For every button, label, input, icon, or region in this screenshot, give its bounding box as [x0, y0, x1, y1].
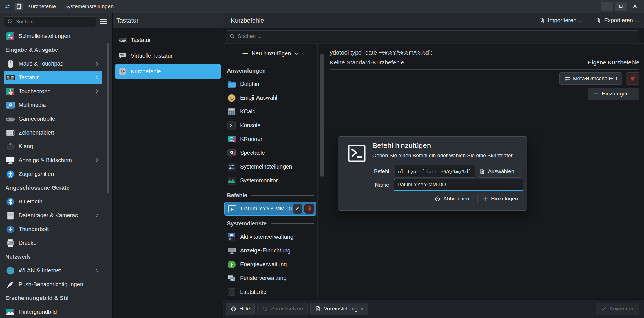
add-new-row: Neu hinzufügen — [223, 44, 317, 61]
no-default-shortcuts-label: Keine Standard-Kurzbefehle — [330, 59, 404, 66]
sidebar-search-input[interactable] — [16, 19, 92, 25]
sidebar-search[interactable] — [4, 16, 96, 27]
sidebar-item-tastatur[interactable]: Tastatur — [4, 71, 102, 84]
cancel-button[interactable]: Abbrechen — [430, 193, 474, 204]
sidebar-item-multimedia[interactable]: Multimedia — [4, 98, 102, 112]
export-button[interactable]: Exportieren ... — [594, 17, 639, 24]
sidebar-section-eingabe-ausgabe: Eingabe & Ausgabe — [0, 43, 112, 57]
touchscreen-icon — [6, 87, 15, 96]
cancel-icon — [435, 196, 441, 202]
shortcut-item-systemeinstellungen[interactable]: Systemeinstellungen — [223, 160, 317, 174]
shortcut-key-button[interactable]: Meta+Umschalt+D — [559, 72, 622, 85]
drawing-tablet-icon — [6, 128, 15, 138]
sidebar-item-hintergrundbild[interactable]: Hintergrundbild — [4, 305, 102, 318]
sidebar-list: Schnelleinstellungen Eingabe & Ausgabe M… — [0, 28, 112, 318]
systemsettings-app-icon — [3, 2, 12, 11]
plus-icon — [242, 50, 249, 57]
sidebar-item-klang[interactable]: Klang — [4, 140, 102, 153]
help-icon — [231, 306, 236, 312]
subcategory-item-kurzbefehle[interactable]: Kurzbefehle — [115, 64, 221, 79]
sidebar-item-thunderbolt[interactable]: Thunderbolt — [4, 222, 102, 236]
help-button[interactable]: Hilfe — [226, 303, 255, 315]
sidebar-item-zeichentablett[interactable]: Zeichentablett — [4, 126, 102, 140]
energy-icon — [227, 260, 236, 269]
name-field-label: Name: — [338, 182, 391, 188]
window-title: Kurzbefehle — Systemeinstellungen — [27, 3, 114, 10]
shortcut-search-input[interactable] — [238, 33, 636, 39]
shortcut-item-lautstaerke[interactable]: Lautstärke — [223, 285, 317, 299]
edit-shortcut-button[interactable] — [293, 204, 302, 214]
monitor-icon — [6, 156, 15, 165]
calculator-icon — [227, 107, 236, 117]
sidebar-item-maus-touchpad[interactable]: Maus & Touchpad — [4, 57, 102, 71]
delete-command-button[interactable] — [304, 204, 314, 214]
shortcut-section-anwendungen: Anwendungen — [223, 64, 317, 77]
maximize-icon — [619, 4, 623, 9]
command-field[interactable] — [395, 165, 475, 178]
shortcut-list-pane: Neu hinzufügen Anwendungen Dolphin Emoji… — [223, 44, 318, 299]
subcategory-panel: Tastatur Tastatur Virtuelle Tastatur Kur… — [113, 13, 223, 318]
shortcut-item-datum-yyyy-mm-dd[interactable]: Datum YYYY-MM-DD — [224, 202, 316, 216]
shortcut-item-konsole[interactable]: Konsole — [223, 118, 317, 132]
choose-file-button[interactable]: Auswählen ... — [478, 165, 521, 178]
sidebar-item-gamecontroller[interactable]: Gamecontroller — [4, 112, 102, 126]
footer-bar: Hilfe Zurücksetzen Voreinstellungen Anwe… — [223, 299, 644, 318]
shortcut-item-energieverwaltung[interactable]: Energieverwaltung — [223, 257, 317, 271]
delete-shortcut-button[interactable] — [626, 72, 639, 85]
minimize-button[interactable] — [601, 2, 613, 11]
header-actions: Importieren ... Exportieren ... — [538, 17, 639, 24]
quill-icon — [6, 280, 15, 289]
multimedia-icon — [6, 100, 15, 110]
sidebar-item-zugangshilfen[interactable]: Zugangshilfen — [4, 167, 102, 181]
name-field[interactable] — [394, 179, 523, 191]
shortcut-item-emoji-auswahl[interactable]: Emoji-Auswahl — [223, 91, 317, 105]
trash-icon — [630, 76, 636, 82]
spectacle-screenshot-icon — [227, 148, 236, 158]
shortcut-item-krunner[interactable]: KRunner — [223, 132, 317, 146]
thunderbolt-icon — [6, 225, 15, 234]
shortcut-item-fensterverwaltung[interactable]: Fensterverwaltung — [223, 271, 317, 285]
shortcut-item-spectacle[interactable]: Spectacle — [223, 146, 317, 160]
subcategory-header: Tastatur — [113, 13, 223, 28]
sidebar-item-touchscreen[interactable]: Touchscreen — [4, 84, 102, 98]
sidebar-item-wlan-internet[interactable]: WLAN & Internet — [4, 264, 102, 277]
sidebar-item-schnelleinstellungen[interactable]: Schnelleinstellungen — [4, 29, 102, 43]
add-shortcut-button[interactable]: Hinzufügen ... — [588, 88, 639, 100]
maximize-button[interactable] — [615, 2, 627, 11]
dialog-add-button[interactable]: Hinzufügen — [477, 193, 523, 204]
chevron-right-icon — [95, 61, 99, 66]
close-button[interactable] — [629, 2, 641, 11]
shortcut-list: Anwendungen Dolphin Emoji-Auswahl KCalc … — [223, 64, 317, 299]
defaults-button[interactable]: Voreinstellungen — [310, 303, 368, 315]
sidebar-item-bluetooth[interactable]: Bluetooth — [4, 195, 102, 209]
shortcut-item-aktivitaetenverwaltung[interactable]: Aktivitätenverwaltung — [223, 230, 317, 244]
add-command-dialog: Befehl hinzufügen Geben Sie einen Befehl… — [338, 136, 527, 211]
close-icon — [633, 4, 637, 9]
activities-icon — [227, 232, 236, 242]
shortcut-item-systemmonitor[interactable]: Systemmonitor — [223, 174, 317, 187]
sidebar-item-anzeige-bildschirm[interactable]: Anzeige & Bildschirm — [4, 153, 102, 167]
dialog-subtitle: Geben Sie einen Befehl ein oder wählen S… — [372, 153, 514, 159]
shortcut-list-scrollbar[interactable] — [320, 54, 324, 177]
sidebar-item-datentraeger-kameras[interactable]: Datenträger & Kameras — [4, 209, 102, 222]
sidebar-scrollbar[interactable] — [107, 43, 109, 193]
import-button[interactable]: Importieren ... — [538, 17, 583, 24]
shortcut-search[interactable] — [226, 30, 639, 42]
add-new-button[interactable]: Neu hinzufügen — [242, 50, 298, 57]
chevron-right-icon — [95, 75, 99, 80]
shortcut-item-dolphin[interactable]: Dolphin — [223, 77, 317, 91]
apply-button: Anwenden — [596, 303, 639, 315]
sidebar-toolbar — [0, 13, 112, 28]
subcategory-item-virtuelle-tastatur[interactable]: Virtuelle Tastatur — [115, 49, 221, 63]
sidebar: Schnelleinstellungen Eingabe & Ausgabe M… — [0, 13, 113, 318]
gamepad-icon — [6, 114, 15, 124]
sidebar-item-push-benachrichtigungen[interactable]: Push-Benachrichtigungen — [4, 277, 102, 291]
shortcut-section-systemdienste: Systemdienste — [223, 217, 317, 230]
subcategory-item-tastatur[interactable]: Tastatur — [115, 33, 221, 47]
defaults-icon — [315, 306, 321, 312]
globe-icon — [6, 266, 15, 276]
shortcut-item-anzeige-einrichtung[interactable]: Anzeige-Einrichtung — [223, 244, 317, 257]
shortcut-item-kcalc[interactable]: KCalc — [223, 105, 317, 118]
sidebar-item-drucker[interactable]: Drucker — [4, 236, 102, 250]
menu-button[interactable] — [98, 16, 109, 27]
